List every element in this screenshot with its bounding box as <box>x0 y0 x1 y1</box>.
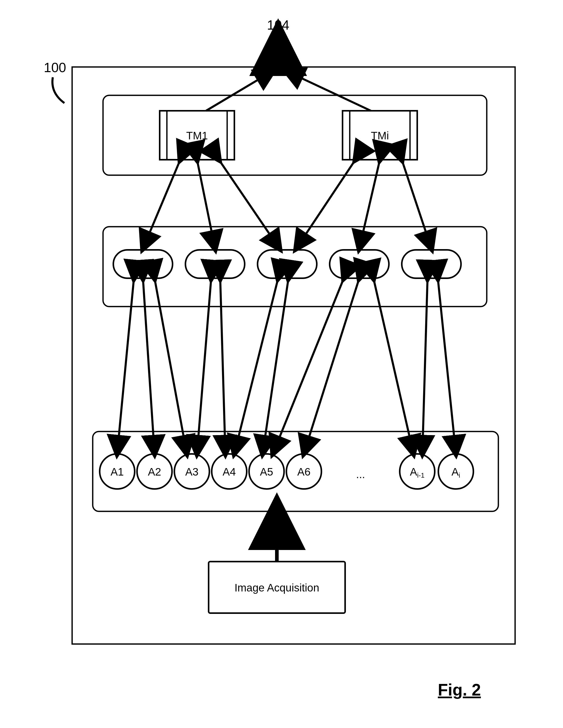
svg-text:S2: S2 <box>208 258 221 270</box>
arrow-tm1-out <box>206 71 273 111</box>
ref-104: 104 <box>267 18 289 32</box>
svg-text:A5: A5 <box>260 466 273 478</box>
svg-line-18 <box>143 160 180 249</box>
diagram-canvas: 104 100 TM1 TMi S1 S2 S3 S4 Si A1 A2 A3 … <box>0 0 563 728</box>
a-node-im1: Ai-1 <box>400 454 435 489</box>
a-node-4: A4 <box>212 454 247 489</box>
svg-line-20 <box>219 160 279 249</box>
ref-100: 100 <box>44 60 66 75</box>
svg-line-44 <box>220 278 225 453</box>
svg-text:S3: S3 <box>280 258 294 270</box>
arrows-tm-s <box>143 160 431 249</box>
arrows-s-a <box>117 278 456 453</box>
svg-line-23 <box>402 160 431 249</box>
a-node-3: A3 <box>174 454 209 489</box>
svg-line-48 <box>304 278 359 453</box>
tm-node-1: TM1 <box>160 111 234 160</box>
s-node-1: S1 <box>113 250 173 278</box>
svg-line-42 <box>155 278 187 453</box>
svg-text:A3: A3 <box>185 466 198 478</box>
a-node-2: A2 <box>137 454 172 489</box>
s-node-3: S3 <box>258 250 317 278</box>
image-acquisition-label: Image Acquisition <box>234 582 319 594</box>
svg-line-21 <box>296 160 355 249</box>
s-node-2: S2 <box>185 250 245 278</box>
svg-text:A2: A2 <box>148 466 161 478</box>
ref-100-pointer <box>52 77 64 103</box>
svg-text:TM1: TM1 <box>186 130 208 142</box>
a-node-i: Ai <box>438 454 473 489</box>
svg-line-41 <box>143 278 155 453</box>
a-node-6: A6 <box>286 454 321 489</box>
figure-label: Fig. 2 <box>438 681 481 699</box>
tm-node-i: TMi <box>343 111 417 160</box>
svg-line-51 <box>438 278 456 453</box>
s-node-i: Si <box>402 250 461 278</box>
svg-text:S4: S4 <box>353 258 366 270</box>
svg-line-19 <box>197 160 215 249</box>
a-ellipsis: ... <box>356 468 365 480</box>
svg-line-50 <box>422 278 428 453</box>
svg-text:A4: A4 <box>223 466 236 478</box>
svg-line-22 <box>359 160 380 249</box>
svg-line-45 <box>234 278 278 453</box>
svg-text:TMi: TMi <box>371 130 389 142</box>
svg-line-49 <box>373 278 413 453</box>
svg-text:Si: Si <box>426 258 436 270</box>
arrow-tmi-out <box>286 71 371 111</box>
s-node-4: S4 <box>330 250 389 278</box>
svg-text:S1: S1 <box>136 258 149 270</box>
a-node-5: A5 <box>249 454 284 489</box>
system-frame <box>72 67 515 644</box>
svg-text:A1: A1 <box>110 466 124 478</box>
svg-line-43 <box>197 278 211 453</box>
svg-text:A6: A6 <box>297 466 310 478</box>
a-node-1: A1 <box>100 454 135 489</box>
svg-line-40 <box>117 278 134 453</box>
